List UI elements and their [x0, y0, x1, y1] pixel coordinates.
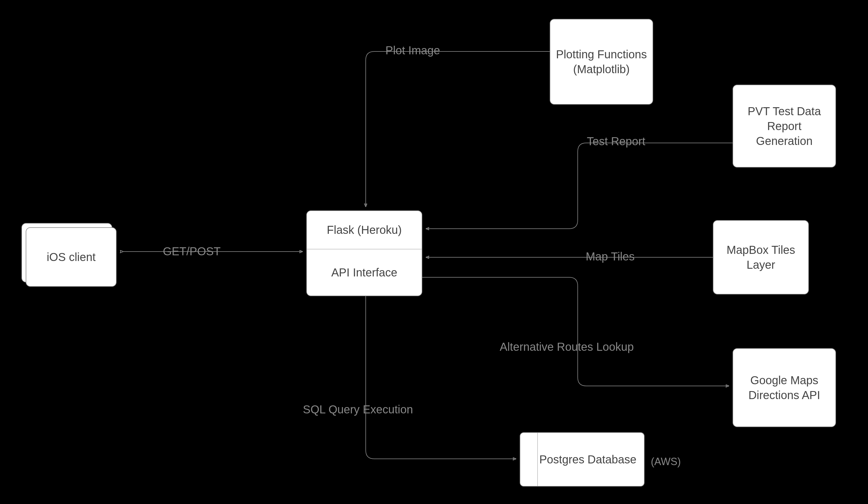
mapbox-node: MapBox Tiles Layer — [713, 220, 809, 294]
map-tiles-edge-label: Map Tiles — [583, 250, 638, 263]
edge-sql-query — [366, 296, 516, 459]
ios-client-node: iOS client — [26, 227, 116, 287]
pvt-report-label: PVT Test Data Report Generation — [739, 104, 830, 148]
edge-plot-image — [366, 51, 550, 206]
google-maps-node: Google Maps Directions API — [733, 348, 836, 427]
edge-test-report — [426, 143, 733, 229]
google-maps-label: Google Maps Directions API — [739, 373, 830, 403]
pvt-report-node: PVT Test Data Report Generation — [733, 84, 836, 168]
plot-image-edge-label: Plot Image — [383, 44, 443, 57]
ios-client-label: iOS client — [46, 250, 95, 264]
postgres-node: Postgres Database — [520, 432, 644, 486]
mapbox-label: MapBox Tiles Layer — [719, 242, 803, 272]
postgres-label: Postgres Database — [539, 453, 636, 466]
flask-heroku-label: Flask (Heroku) — [327, 222, 402, 237]
flask-heroku-section: Flask (Heroku) — [307, 211, 422, 249]
alt-routes-edge-label: Alternative Routes Lookup — [497, 341, 637, 353]
api-interface-section: API Interface — [307, 249, 422, 295]
plotting-node: Plotting Functions (Matplotlib) — [550, 19, 653, 105]
aws-annotation: (AWS) — [651, 456, 681, 468]
edge-alt-routes — [422, 277, 728, 386]
plotting-label: Plotting Functions (Matplotlib) — [556, 47, 647, 77]
flask-api-node: Flask (Heroku) API Interface — [306, 210, 422, 296]
architecture-diagram: iOS client Flask (Heroku) API Interface … — [0, 0, 868, 504]
sql-query-edge-label: SQL Query Execution — [300, 403, 416, 416]
db-cylinder-line — [537, 433, 538, 486]
get-post-edge-label: GET/POST — [160, 245, 224, 258]
api-interface-label: API Interface — [331, 265, 397, 280]
test-report-edge-label: Test Report — [584, 135, 648, 148]
